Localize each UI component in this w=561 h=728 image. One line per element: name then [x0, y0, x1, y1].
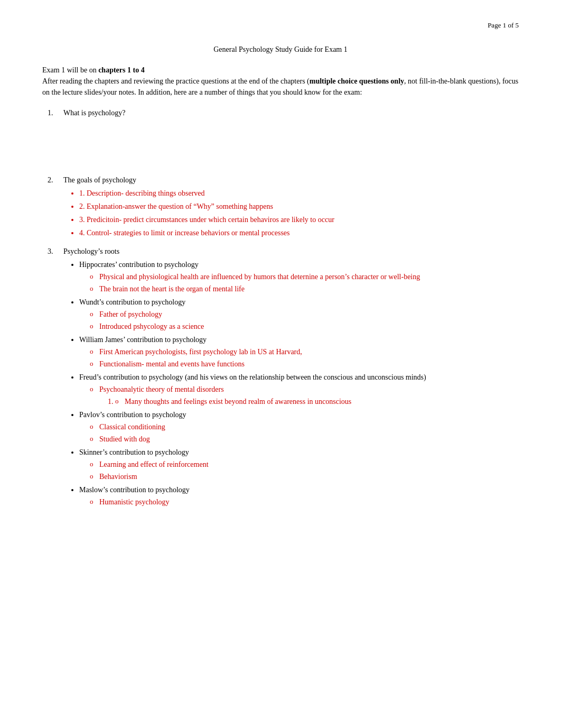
item-number-1: 1. — [42, 107, 63, 169]
wundt-sub-2: Introduced pshycology as a science — [90, 321, 519, 332]
skinner-sub-list: Learning and effect of reinforcement Beh… — [79, 459, 519, 482]
hippocrates-item: Hippocrates’ contribution to psychology … — [79, 259, 519, 294]
item-content-2: The goals of psychology 1. Description- … — [63, 174, 519, 241]
page-header: Page 1 of 5 — [42, 21, 519, 30]
roots-list: Hippocrates’ contribution to psychology … — [63, 259, 519, 508]
goals-list: 1. Description- describing things observ… — [63, 188, 519, 238]
hippocrates-sub-1: Physical and physiological health are in… — [90, 271, 519, 282]
goal-item-4: 4. Control- strategies to limit or incre… — [79, 227, 519, 238]
intro-line2: After reading the chapters and reviewing… — [42, 76, 519, 98]
question-1-text: What is psychology? — [63, 109, 125, 117]
intro-line1: Exam 1 will be on chapters 1 to 4 — [42, 64, 519, 76]
maslow-label: Maslow’s contribution to psychology — [79, 486, 190, 494]
pavlov-sub-1: Classical conditioning — [90, 421, 519, 432]
freud-item: Freud’s contribution to psychology (and … — [79, 372, 519, 407]
freud-label: Freud’s contribution to psychology (and … — [79, 373, 426, 381]
pavlov-sub-2: Studied with dog — [90, 434, 519, 445]
maslow-sub-list: Humanistic psychology — [79, 496, 519, 508]
maslow-item: Maslow’s contribution to psychology Huma… — [79, 484, 519, 508]
hippocrates-sub-list: Physical and physiological health are in… — [79, 271, 519, 294]
main-list: 1. What is psychology? 2. The goals of p… — [42, 107, 519, 510]
william-james-sub-list: First American psychologists, first psyc… — [79, 346, 519, 370]
wundt-sub-list: Father of psychology Introduced pshycolo… — [79, 309, 519, 332]
maslow-sub-1: Humanistic psychology — [90, 496, 519, 508]
question-2-text: The goals of psychology — [63, 176, 136, 184]
freud-sub-sub-1: Many thoughts and feelings exist beyond … — [115, 396, 519, 407]
freud-sub-1: Psychoanalytic theory of mental disorder… — [90, 384, 519, 407]
pavlov-item: Pavlov’s contribution to psychology Clas… — [79, 409, 519, 445]
skinner-label: Skinner’s contribution to psychology — [79, 448, 189, 456]
william-james-label: William James’ contribution to psycholog… — [79, 336, 207, 344]
list-item-1: 1. What is psychology? — [42, 107, 519, 169]
hippocrates-sub-2: The brain not the heart is the organ of … — [90, 283, 519, 294]
wundt-label: Wundt’s contribution to psychology — [79, 298, 185, 306]
skinner-sub-1: Learning and effect of reinforcement — [90, 459, 519, 470]
goal-item-3: 3. Predicitoin- predict circumstances un… — [79, 214, 519, 225]
william-james-sub-2: Functionalism- mental and events have fu… — [90, 358, 519, 370]
hippocrates-label: Hippocrates’ contribution to psychology — [79, 261, 199, 269]
pavlov-sub-list: Classical conditioning Studied with dog — [79, 421, 519, 445]
item-number-3: 3. — [42, 246, 63, 510]
pavlov-label: Pavlov’s contribution to psychology — [79, 411, 186, 419]
william-james-sub-1: First American psychologists, first psyc… — [90, 346, 519, 357]
goal-item-2: 2. Explanation-answer the question of “W… — [79, 201, 519, 212]
skinner-sub-2: Behaviorism — [90, 471, 519, 482]
goal-item-1: 1. Description- describing things observ… — [79, 188, 519, 199]
william-james-item: William James’ contribution to psycholog… — [79, 334, 519, 370]
wundt-item: Wundt’s contribution to psychology Fathe… — [79, 297, 519, 332]
document-title: General Psychology Study Guide for Exam … — [42, 45, 519, 54]
item-content-1: What is psychology? — [63, 107, 519, 169]
list-item-2: 2. The goals of psychology 1. Descriptio… — [42, 174, 519, 241]
wundt-sub-1: Father of psychology — [90, 309, 519, 320]
freud-sub-list: Psychoanalytic theory of mental disorder… — [79, 384, 519, 407]
question-3-text: Psychology’s roots — [63, 247, 119, 255]
item-number-2: 2. — [42, 174, 63, 241]
freud-sub-sub-list: Many thoughts and feelings exist beyond … — [99, 396, 519, 407]
list-item-3: 3. Psychology’s roots Hippocrates’ contr… — [42, 246, 519, 510]
skinner-item: Skinner’s contribution to psychology Lea… — [79, 447, 519, 482]
page-number: Page 1 of 5 — [488, 21, 519, 29]
item-content-3: Psychology’s roots Hippocrates’ contribu… — [63, 246, 519, 510]
intro-section: Exam 1 will be on chapters 1 to 4 After … — [42, 64, 519, 98]
question-1-space — [63, 118, 519, 161]
